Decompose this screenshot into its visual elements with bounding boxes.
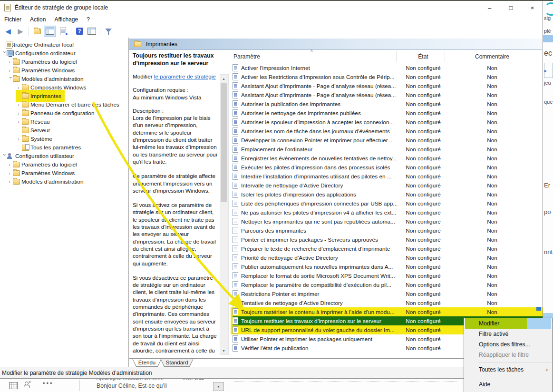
policy-row-16[interactable]: Ne pas autoriser les pilotes d’impressio… [231, 208, 543, 217]
console-window-icon[interactable] [44, 26, 56, 37]
close-button[interactable]: × [522, 1, 543, 14]
chevron-collapsed-icon[interactable]: › [9, 179, 13, 185]
policy-row-25[interactable]: Restrictions Pointer et imprimerNon conf… [231, 289, 543, 298]
policy-row-4[interactable]: Autoriser la publication des imprimantes… [231, 99, 543, 108]
tree-item-12[interactable]: Tous les paramètres [18, 143, 82, 152]
tree-item-13[interactable]: ›Configuration utilisateur [2, 152, 76, 160]
chevron-collapsed-icon[interactable]: › [18, 110, 22, 116]
context-menu-item-options-des-filtres-[interactable]: Options des filtres... [465, 339, 551, 350]
policy-row-7[interactable]: Autoriser les nom de tâche dans les jour… [231, 127, 543, 136]
tree-item-label: Réseau [29, 118, 51, 126]
policy-comment: Non [464, 200, 521, 207]
policy-row-9[interactable]: Emplacement de l’ordinateurNon configuré… [231, 145, 543, 154]
policy-state: Non configuré [397, 318, 449, 324]
policy-row-5[interactable]: Autoriser le nettoyage des imprimantes p… [231, 108, 543, 118]
chevron-collapsed-icon[interactable]: › [18, 119, 22, 125]
chevron-collapsed-icon[interactable]: › [18, 102, 22, 108]
root-folder-icon[interactable]: ↑ [31, 26, 43, 37]
policy-row-18[interactable]: Parcours des imprimantesNon configuréNon [231, 226, 543, 235]
tree-item-10[interactable]: Serveur [18, 126, 51, 135]
policy-row-13[interactable]: Intervalle de nettoyage d’Active Directo… [231, 181, 543, 190]
column-parametre[interactable]: Paramètre [233, 53, 260, 60]
tree-item-16[interactable]: ›Modèles d’administration [9, 177, 85, 186]
new-window-icon[interactable] [86, 26, 97, 37]
selected-policy-title: Toujours restituer les travaux d’impress… [133, 52, 219, 67]
tree-item-8[interactable]: ›Panneau de configuration [18, 109, 96, 118]
menu-action[interactable]: Action [26, 15, 50, 24]
tree-item-9[interactable]: ›Réseau [18, 118, 51, 126]
policy-row-21[interactable]: Priorité de nettoyage d’Active Directory… [231, 253, 543, 262]
export-list-icon[interactable] [57, 26, 68, 37]
policy-row-10[interactable]: Enregistrer les événements de nouvelles … [231, 154, 543, 163]
column-commentaire[interactable]: Commentaire [464, 53, 521, 60]
column-etat[interactable]: État [397, 53, 449, 60]
context-menu-item-filtre-activé[interactable]: Filtre activé [465, 329, 551, 339]
dropdown-button[interactable]: ▼ [213, 382, 224, 391]
policy-row-14[interactable]: Isoler les pilotes d’impression des appl… [231, 190, 543, 199]
chevron-collapsed-icon[interactable]: › [18, 136, 22, 142]
tree-item-14[interactable]: ›Paramètres du logiciel [9, 160, 78, 169]
description-scrollbar[interactable]: ▲ ▼ [220, 74, 229, 355]
policy-doc-icon [233, 146, 238, 153]
edit-policy-setting-link[interactable]: le paramètre de stratégie [154, 73, 216, 79]
policy-row-3[interactable]: Assistant Ajout d’imprimante - Page d’an… [231, 90, 543, 99]
policy-row-20[interactable]: Préparer le texte de recherche d’emplace… [231, 244, 543, 253]
policy-row-15[interactable]: Liste des périphériques d’impression con… [231, 199, 543, 208]
back-icon[interactable]: ◀ [2, 26, 14, 37]
chevron-collapsed-icon[interactable]: › [9, 68, 13, 73]
tree-item-15[interactable]: ›Paramètres Windows [9, 169, 76, 177]
tab-etendu[interactable]: Étendu [132, 359, 162, 367]
scrollbar-thumb[interactable] [221, 83, 227, 202]
selection-band [527, 318, 551, 329]
help-icon[interactable]: ? [74, 26, 85, 37]
policy-row-8[interactable]: Développer la connexion Pointer et impri… [231, 136, 543, 145]
context-menu-item-aide[interactable]: Aide [465, 379, 551, 390]
policy-row-1[interactable]: Activer les Restrictions d’Impression so… [231, 72, 543, 81]
policy-row-23[interactable]: Remplacer le format de sortie Microsoft … [231, 271, 543, 280]
policy-row-26[interactable]: Tentative de nettoyage d’Active Director… [231, 298, 543, 307]
policy-row-11[interactable]: Exécuter les pilotes d’impression dans d… [231, 163, 543, 172]
policy-row-24[interactable]: Remplacer le paramètre de compatibilité … [231, 280, 543, 289]
column-separator[interactable] [396, 51, 397, 62]
policy-name: Toujours restituer les travaux d’impress… [241, 318, 398, 324]
tree-item-4[interactable]: ›Modèles d’administration [9, 75, 85, 83]
tree-item-5[interactable]: ›Composants Windows [18, 83, 87, 92]
tree-item-6[interactable]: Imprimantes [18, 92, 63, 100]
menu-?[interactable]: ? [82, 15, 94, 24]
minimize-button[interactable]: – [479, 1, 500, 14]
context-menu-item-toutes-les-t-ches[interactable]: Toutes les tâches› [465, 364, 551, 375]
chevron-collapsed-icon[interactable]: › [18, 85, 22, 90]
menu-fichier[interactable]: Fichier [0, 15, 26, 24]
scroll-up-icon[interactable]: ▲ [220, 75, 227, 82]
tree-item-0[interactable]: Stratégie Ordinateur local [1, 40, 75, 49]
tree-item-7[interactable]: ›Menu Démarrer et barre des tâches [18, 100, 121, 109]
keyboard-grid-icon[interactable] [9, 382, 18, 389]
column-separator[interactable] [445, 51, 445, 62]
forward-icon[interactable]: ▶ [15, 26, 26, 37]
chevron-collapsed-icon[interactable]: › [9, 59, 13, 65]
chevron-collapsed-icon[interactable]: › [9, 170, 13, 176]
menu-affichage[interactable]: Affichage [50, 15, 82, 24]
filter-icon[interactable] [103, 26, 114, 37]
policy-row-0[interactable]: Activer l’impression InternetNon configu… [231, 63, 543, 72]
chevron-collapsed-icon[interactable]: › [9, 162, 13, 167]
policy-row-2[interactable]: Assistant Ajout d’imprimante - Page d’an… [231, 81, 543, 90]
policy-row-27[interactable]: Toujours rastériser le contenu à imprime… [231, 307, 543, 316]
context-menu-item-modifier[interactable]: Modifier [465, 318, 551, 329]
policy-row-19[interactable]: Pointer et imprimer les packages - Serve… [231, 235, 543, 244]
policy-name: Autoriser la publication des imprimantes [241, 101, 398, 108]
tree-item-3[interactable]: ›Paramètres Windows [9, 66, 76, 75]
tree-item-11[interactable]: ›Système [18, 135, 54, 143]
column-separator[interactable] [539, 51, 539, 62]
maximize-button[interactable]: □ [500, 1, 522, 14]
policy-row-12[interactable]: Interdire l’installation d’imprimantes u… [231, 172, 543, 181]
policy-row-17[interactable]: Nettoyer les imprimantes qui ne sont pas… [231, 217, 543, 226]
policy-row-22[interactable]: Publier automatiquement les nouvelles im… [231, 262, 543, 271]
tree-item-1[interactable]: ›Configuration ordinateur [2, 49, 77, 58]
more-options-icon[interactable]: ••• [43, 380, 54, 387]
people-icon[interactable]: ᴿ [24, 382, 31, 388]
scroll-down-icon[interactable]: ▼ [220, 347, 227, 354]
tab-standard[interactable]: Standard [160, 359, 194, 367]
policy-row-6[interactable]: Autoriser le spouleur d’impression à acc… [231, 118, 543, 127]
tree-item-2[interactable]: ›Paramètres du logiciel [9, 58, 78, 66]
